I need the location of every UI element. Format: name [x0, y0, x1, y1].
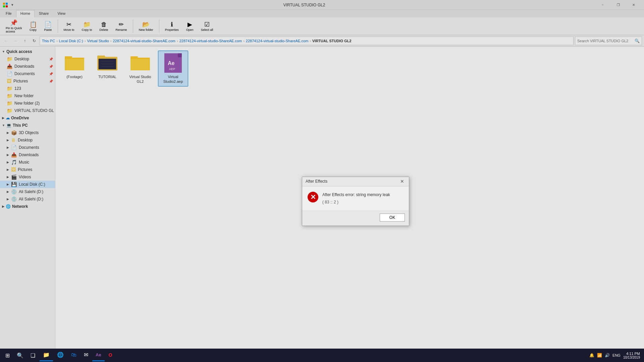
tab-view[interactable]: View [53, 10, 70, 17]
back-button[interactable]: ← [2, 37, 10, 45]
file-icon-footage [64, 53, 85, 73]
taskbar-edge[interactable]: 🌐 [54, 349, 67, 361]
search-box[interactable]: 🔍 [575, 37, 642, 45]
breadcrumb-virtual-studio[interactable]: Virtual Studio [87, 39, 109, 43]
new-folder-icon: 📂 [142, 21, 150, 28]
taskbar-after-effects[interactable]: Ae [92, 349, 105, 361]
file-item-virtual-studio2-aep[interactable]: Ae AEP Virtual Studio2.aep [158, 51, 188, 86]
file-item-footage[interactable]: (Footage) [59, 51, 90, 86]
search-input[interactable] [577, 39, 633, 43]
close-button[interactable]: ✕ [626, 0, 641, 10]
breadcrumb-this-pc[interactable]: This PC [42, 39, 55, 43]
taskbar-store[interactable]: 🛍 [68, 349, 80, 361]
sidebar-section-quick-access[interactable]: ▼ Quick access [0, 48, 55, 55]
network-icon: 🌐 [6, 204, 11, 209]
sidebar-item-downloads-pc[interactable]: ▶ 📥 Downloads [0, 151, 55, 159]
sidebar-item-label: Downloads [19, 153, 39, 157]
tab-file[interactable]: File [1, 10, 16, 17]
up-button[interactable]: ↑ [21, 37, 29, 45]
drive-icon: 💾 [11, 182, 17, 187]
taskbar-mail[interactable]: ✉ [80, 349, 92, 361]
move-to-button[interactable]: ✂ Move to [61, 19, 77, 33]
file-item-virtual-studio-gl2[interactable]: Virtual Studio GL2 [125, 51, 155, 86]
sidebar-item-new-folder[interactable]: 📁 New folder [0, 92, 55, 100]
taskbar-notification-icon[interactable]: 🔔 [589, 353, 594, 358]
sidebar-item-label: Ali Salehi (D:) [19, 197, 43, 201]
sidebar-section-network[interactable]: ▶ 🌐 Network [0, 203, 55, 210]
task-view-button[interactable]: ❑ [27, 349, 39, 361]
dialog-close-button[interactable]: ✕ [399, 178, 406, 185]
sidebar-item-documents-pinned[interactable]: 📄 Documents 📌 [0, 70, 55, 77]
file-label: Virtual Studio GL2 [127, 74, 153, 84]
sidebar-section-onedrive[interactable]: ▶ ☁ OneDrive [0, 114, 55, 122]
sidebar-section-this-pc[interactable]: ▼ 💻 This PC [0, 122, 55, 129]
rename-button[interactable]: ✏ Rename [113, 19, 130, 33]
downloads-folder-icon: 📥 [7, 64, 12, 69]
sidebar-item-label: Documents [19, 145, 39, 150]
ok-button[interactable]: OK [380, 214, 405, 222]
sidebar-item-local-disk-c[interactable]: ▶ 💾 Local Disk (C:) [0, 181, 55, 188]
sidebar-item-pictures-pinned[interactable]: 🖼 Pictures 📌 [0, 77, 55, 85]
taskbar-opera[interactable]: O [105, 349, 116, 361]
tab-home[interactable]: Home [16, 10, 35, 17]
file-label: (Footage) [66, 74, 83, 79]
error-message-line2: ( 83 :: 2 ) [322, 199, 390, 205]
sidebar-item-123[interactable]: 📁 123 [0, 85, 55, 92]
tab-share[interactable]: Share [35, 10, 53, 17]
sidebar-item-label: Downloads [14, 64, 34, 69]
sidebar-item-label: Pictures [13, 79, 28, 83]
svg-text:AEP: AEP [169, 67, 175, 71]
copy-to-button[interactable]: 📁 Copy to [79, 19, 95, 33]
select-all-button[interactable]: ☑ Select all [198, 19, 216, 33]
3d-objects-icon: 📦 [11, 130, 17, 135]
sidebar-item-desktop-pinned[interactable]: 📁 Desktop 📌 [0, 55, 55, 63]
sidebar-item-ali-salehi-d2[interactable]: ▶ 💿 Ali Salehi (D:) [0, 195, 55, 203]
forward-button[interactable]: → [11, 37, 19, 45]
refresh-button[interactable]: ↻ [30, 37, 38, 45]
sidebar-item-3d-objects[interactable]: ▶ 📦 3D Objects [0, 129, 55, 136]
folder-icon: 📁 [7, 86, 12, 91]
open-button[interactable]: ▶ Open [183, 19, 197, 33]
sidebar-item-documents-pc[interactable]: ▶ 📄 Documents [0, 144, 55, 151]
taskbar-volume-icon[interactable]: 🔊 [605, 353, 610, 358]
delete-button[interactable]: 🗑 Delete [97, 19, 111, 33]
breadcrumb-local-disk[interactable]: Local Disk (C:) [59, 39, 83, 43]
properties-button[interactable]: ℹ Properties [162, 19, 182, 33]
breadcrumb-current[interactable]: VIRTUAL STUDIO GL2 [312, 39, 352, 43]
search-icon[interactable]: 🔍 [635, 39, 640, 43]
paste-button[interactable]: 📄 Paste [41, 19, 55, 33]
restore-button[interactable]: ❐ [610, 0, 626, 10]
sidebar-item-desktop-pc[interactable]: ▶ 🖥 Desktop [0, 136, 55, 144]
pictures-folder-icon: 🖼 [7, 78, 11, 84]
this-pc-label: This PC [13, 123, 28, 128]
pin-quick-access-button[interactable]: 📌 Pin to Quickaccess [3, 17, 25, 35]
file-item-tutorial[interactable]: TUTORIAL [92, 51, 122, 86]
sidebar-item-label: 123 [14, 86, 21, 91]
new-folder-button[interactable]: 📂 New folder [136, 19, 156, 33]
sidebar: ▼ Quick access 📁 Desktop 📌 📥 Downloads 📌… [0, 47, 55, 354]
sidebar-item-pictures-pc[interactable]: ▶ 🖼 Pictures [0, 166, 55, 173]
svg-text:Ae: Ae [168, 60, 175, 66]
search-button[interactable]: 🔍 [14, 349, 26, 361]
taskbar-explorer[interactable]: 📁 [40, 349, 53, 361]
breadcrumb-part1[interactable]: 22874124-virtual-studio-ShareAE.com [113, 39, 176, 43]
file-icon-aep: Ae AEP [163, 53, 183, 73]
minimize-button[interactable]: − [595, 0, 610, 10]
sidebar-item-downloads-pinned[interactable]: 📥 Downloads 📌 [0, 63, 55, 70]
taskbar-network-icon[interactable]: 📶 [597, 353, 602, 358]
sidebar-item-new-folder-2[interactable]: 📁 New folder (2) [0, 100, 55, 107]
window-controls: − ❐ ✕ [595, 0, 641, 10]
sidebar-item-virtual-studio-gl[interactable]: 📁 VIRTUAL STUDIO GL [0, 107, 55, 114]
breadcrumb-part3[interactable]: 22874124-virtual-studio-ShareAE.com [246, 39, 309, 43]
sidebar-item-label: VIRTUAL STUDIO GL [14, 108, 54, 113]
sidebar-item-videos[interactable]: ▶ 🎬 Videos [0, 173, 55, 181]
sidebar-item-ali-salehi-d1[interactable]: ▶ 💿 Ali Salehi (D:) [0, 188, 55, 195]
taskbar-language[interactable]: ENG [612, 353, 621, 357]
sidebar-item-label: Local Disk (C:) [19, 182, 45, 187]
sidebar-item-music[interactable]: ▶ 🎵 Music [0, 159, 55, 166]
breadcrumb[interactable]: This PC › Local Disk (C:) › Virtual Stud… [40, 37, 574, 45]
start-button[interactable]: ⊞ [1, 349, 13, 361]
taskbar-clock[interactable]: 4:11 PM 10/13/2019 [623, 352, 640, 359]
copy-button[interactable]: 📋 Copy [26, 19, 40, 33]
breadcrumb-part2[interactable]: 22874124-virtual-studio-ShareAE.com [179, 39, 242, 43]
